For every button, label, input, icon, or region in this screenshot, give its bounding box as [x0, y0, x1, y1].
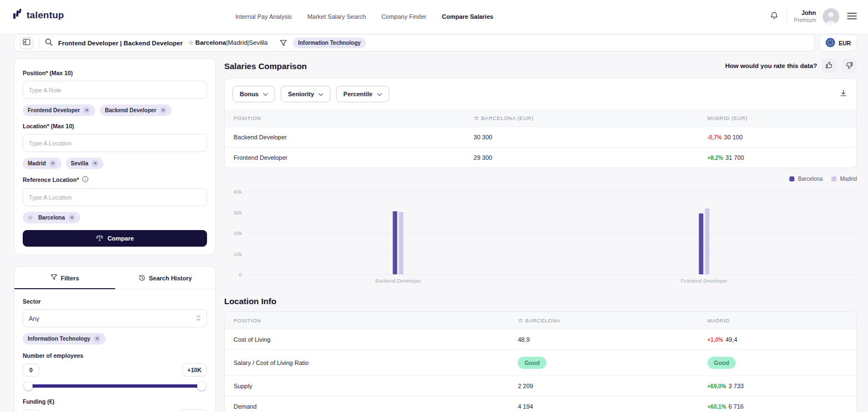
- salaries-toolbar: Bonus Seniority Percentile: [225, 79, 856, 109]
- funding-min-value[interactable]: 0: [23, 409, 39, 412]
- search-sector-chip[interactable]: Information Technology: [293, 38, 365, 48]
- nav-market-salary-search[interactable]: Market Salary Search: [307, 13, 366, 20]
- status-badge: Good: [518, 357, 546, 369]
- bar-barcelona[interactable]: [699, 213, 703, 274]
- funnel-icon: [50, 274, 58, 282]
- legend-item-barcelona[interactable]: Barcelona: [789, 176, 823, 182]
- legend-item-madrid[interactable]: Madrid: [831, 176, 857, 182]
- close-icon[interactable]: ✕: [68, 214, 75, 221]
- close-icon[interactable]: ✕: [83, 107, 90, 114]
- reference-location-chip: ☆Barcelona✕: [23, 212, 80, 223]
- salaries-table-card: Bonus Seniority Percentile POSITION ☆BAR…: [224, 78, 857, 168]
- funding-label: Funding (€): [23, 398, 207, 405]
- position-chip: Frontend Developer✕: [23, 105, 95, 116]
- thumbs-up-icon: [825, 61, 833, 71]
- position-label: Position* (Max 10): [23, 70, 207, 76]
- bar-barcelona[interactable]: [393, 211, 397, 274]
- legend-swatch: [831, 176, 836, 181]
- col-header-position: POSITION: [225, 312, 509, 330]
- notifications-button[interactable]: [768, 10, 780, 23]
- y-tick-label: 0: [225, 272, 242, 278]
- position-input[interactable]: [23, 81, 207, 99]
- close-icon[interactable]: ✕: [91, 160, 99, 167]
- percentile-dropdown[interactable]: Percentile: [336, 86, 389, 102]
- tab-search-history[interactable]: Search History: [115, 267, 216, 289]
- metric-label-cell: Cost of Living: [225, 330, 509, 350]
- sector-select[interactable]: Any: [23, 309, 207, 327]
- download-button[interactable]: [838, 88, 849, 100]
- download-icon: [839, 89, 848, 99]
- seniority-dropdown[interactable]: Seniority: [281, 86, 330, 102]
- top-bar: talentup Internal Pay Analysis Market Sa…: [0, 0, 868, 33]
- avatar[interactable]: [823, 8, 839, 25]
- search-bar[interactable]: Frontend Developer | Backend Developer ☆…: [14, 34, 815, 51]
- delta-percent: +69,0%: [707, 383, 726, 389]
- filters-card: Filters Search History Sector Any: [14, 266, 216, 412]
- currency-label: EUR: [839, 40, 851, 46]
- location-table: POSITION ☆BARCELONA MADRID Cost of Livin…: [225, 312, 856, 412]
- slider-handle-min[interactable]: [24, 382, 33, 390]
- menu-button[interactable]: [846, 11, 858, 23]
- brand-logo[interactable]: talentup: [13, 9, 64, 22]
- location-info-title: Location Info: [224, 296, 857, 306]
- funding-max-value[interactable]: +100M: [178, 409, 207, 412]
- table-row: Backend Developer 30 300 -0,7%30 100: [225, 127, 856, 148]
- search-icon: [45, 38, 53, 48]
- chevron-down-icon: [377, 91, 382, 97]
- hamburger-icon: [847, 12, 857, 22]
- barcelona-value-cell: 48,9: [509, 330, 698, 350]
- gridline: [245, 254, 857, 254]
- talentup-logo-icon: [13, 9, 23, 22]
- y-tick-label: 20k: [225, 230, 242, 236]
- compare-button[interactable]: Compare: [23, 230, 207, 247]
- tab-filters[interactable]: Filters: [14, 267, 115, 289]
- position-cell: Frontend Developer: [225, 148, 465, 168]
- employees-min-value[interactable]: 0: [23, 363, 39, 377]
- barcelona-value-cell: 29 300: [465, 148, 699, 168]
- sector-label: Sector: [23, 298, 207, 305]
- nav-internal-pay-analysis[interactable]: Internal Pay Analysis: [235, 13, 292, 20]
- user-info[interactable]: John Premium: [794, 9, 816, 24]
- madrid-value-cell: Good: [699, 350, 856, 376]
- col-header-barcelona: ☆BARCELONA (EUR): [465, 109, 699, 127]
- close-icon[interactable]: ✕: [49, 160, 56, 167]
- sidebar: Position* (Max 10) Frontend Developer✕ B…: [14, 58, 216, 412]
- location-input[interactable]: [23, 134, 207, 152]
- thumbs-down-button[interactable]: [841, 59, 857, 73]
- close-icon[interactable]: ✕: [94, 335, 101, 342]
- slider-handle-max[interactable]: [197, 382, 206, 390]
- sort-chevrons-icon: [196, 315, 201, 322]
- user-name: John: [794, 9, 816, 17]
- eu-flag-icon: [825, 38, 835, 49]
- compare-form-card: Position* (Max 10) Frontend Developer✕ B…: [14, 58, 216, 255]
- chevron-down-icon: [263, 91, 268, 97]
- gridline: [245, 191, 857, 192]
- rate-data-widget: How would you rate this data?: [725, 59, 857, 73]
- table-row: Supply 2 209 +69,0%3 733: [225, 376, 856, 397]
- nav-company-finder[interactable]: Company Finder: [381, 13, 426, 20]
- bar-madrid[interactable]: [705, 208, 709, 274]
- close-icon[interactable]: ✕: [159, 107, 167, 114]
- panel-toggle-button[interactable]: [20, 37, 33, 49]
- employees-label: Number of employees: [23, 352, 207, 359]
- thumbs-down-icon: [845, 61, 853, 71]
- search-roles-value[interactable]: Frontend Developer | Backend Developer: [58, 40, 183, 46]
- table-row: Demand 4 194 +60,1%6 716: [225, 397, 856, 412]
- col-header-position: POSITION: [225, 109, 465, 127]
- employees-max-value[interactable]: +10K: [182, 363, 207, 377]
- slider-track: [28, 384, 202, 388]
- reference-location-input[interactable]: [23, 188, 207, 206]
- info-icon[interactable]: [82, 176, 89, 184]
- nav-compare-salaries[interactable]: Compare Salaries: [442, 13, 493, 20]
- col-header-barcelona: ☆BARCELONA: [509, 312, 698, 330]
- bar-madrid[interactable]: [399, 212, 404, 274]
- bonus-dropdown[interactable]: Bonus: [232, 86, 275, 102]
- employees-slider[interactable]: [24, 382, 206, 390]
- currency-button[interactable]: EUR: [819, 34, 857, 51]
- scale-icon: [96, 234, 104, 243]
- barcelona-value-cell: 2 209: [509, 376, 698, 397]
- thumbs-up-button[interactable]: [822, 59, 837, 73]
- top-right-controls: John Premium: [768, 0, 858, 33]
- filter-funnel-icon[interactable]: [280, 39, 287, 47]
- search-locations-value[interactable]: ☆Barcelona|Madrid|Sevilla: [188, 39, 268, 46]
